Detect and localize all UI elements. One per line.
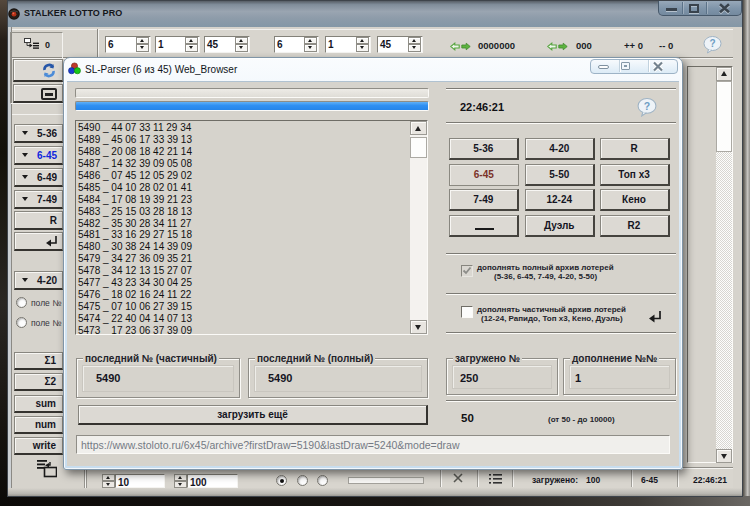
svg-text:?: ? xyxy=(644,100,650,112)
svg-text:?: ? xyxy=(709,38,715,49)
